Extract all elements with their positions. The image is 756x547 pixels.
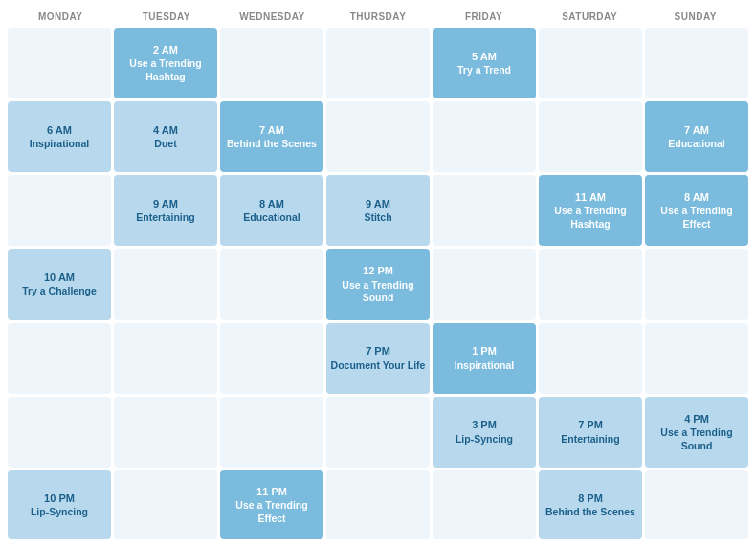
calendar-cell-r6-c1 [114, 470, 217, 539]
calendar-cell-r0-c5 [539, 28, 642, 98]
calendar-cell-r4-c3[interactable]: 7 PMDocument Your Life [326, 323, 430, 394]
calendar-cell-r0-c3 [326, 28, 430, 98]
cell-time: 7 PM [578, 418, 603, 431]
calendar-cell-r1-c1[interactable]: 4 AMDuet [114, 101, 217, 172]
calendar-cell-r4-c6 [645, 323, 748, 394]
calendar-cell-r5-c1 [114, 397, 217, 468]
cell-time: 4 AM [153, 123, 178, 137]
calendar-cell-r2-c6[interactable]: 8 AMUse a Trending Effect [645, 175, 748, 246]
header-cell-sunday: SUNDAY [642, 10, 748, 24]
calendar-cell-r0-c4[interactable]: 5 AMTry a Trend [433, 28, 536, 98]
cell-label: Try a Challenge [22, 285, 97, 298]
cell-time: 10 AM [44, 271, 75, 284]
cell-label: Lip-Syncing [31, 506, 88, 519]
cell-label: Use a Trending Effect [649, 205, 745, 230]
calendar-cell-r6-c4 [433, 470, 536, 539]
calendar-cell-r2-c3[interactable]: 9 AMStitch [326, 175, 430, 246]
calendar-wrapper: MONDAYTUESDAYWEDNESDAYTHURSDAYFRIDAYSATU… [0, 0, 756, 547]
cell-label: Inspirational [455, 360, 514, 373]
cell-time: 1 PM [472, 344, 497, 358]
cell-label: Use a Trending Hashtag [543, 205, 638, 230]
calendar-cell-r0-c2 [220, 28, 323, 98]
cell-time: 7 AM [259, 123, 284, 137]
calendar-cell-r2-c2[interactable]: 8 AMEducational [220, 175, 323, 246]
calendar-cell-r4-c4[interactable]: 1 PMInspirational [433, 323, 536, 394]
cell-time: 10 PM [44, 492, 75, 505]
cell-time: 7 AM [684, 123, 709, 137]
cell-label: Lip-Syncing [456, 433, 513, 447]
calendar-cell-r3-c1 [114, 249, 217, 319]
cell-label: Duet [154, 138, 176, 151]
cell-time: 9 AM [366, 197, 390, 210]
calendar-cell-r2-c1[interactable]: 9 AMEntertaining [114, 175, 217, 246]
header-cell-tuesday: TUESDAY [114, 10, 220, 24]
calendar-cell-r2-c5[interactable]: 11 AMUse a Trending Hashtag [539, 175, 642, 246]
cell-label: Entertaining [561, 433, 619, 447]
calendar-cell-r1-c5 [539, 101, 642, 172]
cell-time: 11 PM [256, 485, 287, 498]
cell-time: 12 PM [363, 264, 393, 277]
calendar-cell-r1-c2[interactable]: 7 AMBehind the Scenes [220, 101, 323, 172]
calendar-cell-r0-c0 [8, 28, 111, 98]
calendar-cell-r1-c0[interactable]: 6 AMInspirational [8, 101, 111, 172]
cell-label: Behind the Scenes [545, 506, 635, 519]
header-cell-wednesday: WEDNESDAY [219, 10, 325, 24]
calendar-cell-r3-c0[interactable]: 10 AMTry a Challenge [8, 249, 111, 319]
calendar-cell-r2-c0 [8, 175, 111, 246]
cell-label: Educational [668, 138, 725, 151]
cell-time: 2 AM [153, 43, 178, 56]
cell-label: Use a Trending Sound [649, 427, 745, 452]
cell-time: 11 AM [575, 190, 606, 204]
calendar-cell-r4-c5 [539, 323, 642, 394]
header-row: MONDAYTUESDAYWEDNESDAYTHURSDAYFRIDAYSATU… [8, 10, 748, 24]
calendar-cell-r5-c3 [326, 397, 430, 468]
header-cell-friday: FRIDAY [431, 10, 537, 24]
cell-label: Document Your Life [331, 360, 426, 373]
calendar-cell-r6-c6 [645, 470, 748, 539]
cell-time: 8 PM [578, 492, 603, 505]
calendar-cell-r3-c3[interactable]: 12 PMUse a Trending Sound [326, 249, 430, 319]
calendar-cell-r5-c6[interactable]: 4 PMUse a Trending Sound [645, 397, 748, 468]
calendar-cell-r0-c1[interactable]: 2 AMUse a Trending Hashtag [114, 28, 217, 98]
cell-time: 7 PM [366, 344, 390, 358]
calendar-cell-r4-c2 [220, 323, 323, 394]
calendar-cell-r5-c4[interactable]: 3 PMLip-Syncing [433, 397, 536, 468]
header-cell-saturday: SATURDAY [537, 10, 643, 24]
cell-label: Use a Trending Hashtag [118, 57, 213, 83]
cell-time: 3 PM [472, 418, 497, 431]
cell-time: 6 AM [47, 123, 72, 137]
calendar-cell-r3-c4 [433, 249, 536, 319]
cell-label: Use a Trending Sound [330, 279, 426, 305]
calendar-cell-r6-c2[interactable]: 11 PMUse a Trending Effect [220, 470, 323, 539]
header-cell-monday: MONDAY [8, 10, 114, 24]
calendar-cell-r1-c3 [326, 101, 430, 172]
calendar-cell-r6-c0[interactable]: 10 PMLip-Syncing [8, 470, 111, 539]
calendar-cell-r4-c0 [8, 323, 111, 394]
cell-label: Behind the Scenes [227, 138, 317, 151]
calendar-grid: 2 AMUse a Trending Hashtag5 AMTry a Tren… [8, 28, 748, 539]
cell-label: Entertaining [136, 211, 194, 225]
calendar-cell-r4-c1 [114, 323, 217, 394]
cell-time: 4 PM [684, 412, 709, 426]
cell-time: 8 AM [684, 190, 709, 204]
header-cell-thursday: THURSDAY [325, 10, 432, 24]
calendar-cell-r5-c0 [8, 397, 111, 468]
cell-label: Educational [243, 211, 300, 225]
calendar-cell-r2-c4 [433, 175, 536, 246]
calendar-cell-r5-c5[interactable]: 7 PMEntertaining [539, 397, 642, 468]
calendar-cell-r3-c6 [645, 249, 748, 319]
calendar-cell-r6-c5[interactable]: 8 PMBehind the Scenes [539, 470, 642, 539]
calendar-cell-r5-c2 [220, 397, 323, 468]
cell-label: Use a Trending Effect [224, 499, 320, 525]
calendar-cell-r3-c5 [539, 249, 642, 319]
calendar-cell-r0-c6 [645, 28, 748, 98]
cell-time: 8 AM [259, 197, 284, 210]
cell-time: 5 AM [472, 50, 497, 63]
calendar-cell-r3-c2 [220, 249, 323, 319]
calendar-cell-r6-c3 [326, 470, 430, 539]
calendar-cell-r1-c4 [433, 101, 536, 172]
cell-label: Inspirational [30, 138, 89, 151]
cell-time: 9 AM [153, 197, 178, 210]
cell-label: Try a Trend [457, 64, 511, 77]
calendar-cell-r1-c6[interactable]: 7 AMEducational [645, 101, 748, 172]
